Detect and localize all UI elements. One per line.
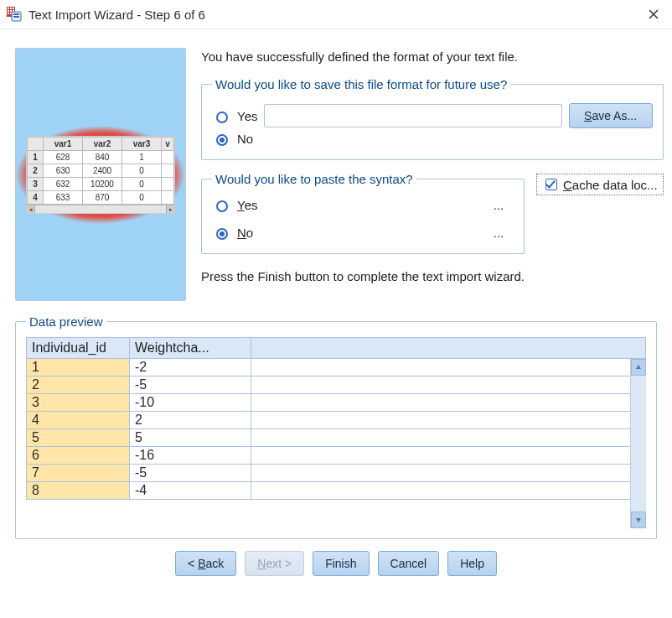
- column-header-empty: [251, 338, 646, 359]
- close-button[interactable]: [642, 3, 665, 26]
- data-preview-legend: Data preview: [26, 314, 106, 329]
- cache-data-check[interactable]: [545, 179, 557, 190]
- help-button[interactable]: Help: [447, 551, 497, 576]
- svg-rect-11: [13, 13, 19, 15]
- svg-rect-3: [13, 8, 14, 9]
- table-row: 3-10: [27, 394, 646, 412]
- back-button[interactable]: < Back: [175, 551, 236, 576]
- illustration-panel: var1 var2 var3 v 1 628 840 1: [15, 48, 186, 301]
- svg-rect-2: [10, 8, 12, 9]
- save-format-yes-label[interactable]: Yes: [237, 109, 257, 123]
- finish-button[interactable]: Finish: [313, 551, 369, 576]
- svg-rect-4: [8, 10, 9, 12]
- cancel-button[interactable]: Cancel: [378, 551, 440, 576]
- paste-syntax-group: Would you like to paste the syntax? Yes …: [201, 172, 525, 254]
- illustration-scrollbar: ◂▸: [27, 205, 174, 213]
- save-as-button[interactable]: Save As...: [569, 103, 653, 128]
- table-row: 55: [27, 429, 646, 447]
- window-title: Text Import Wizard - Step 6 of 6: [28, 8, 642, 22]
- paste-syntax-no-options[interactable]: ...: [483, 226, 514, 240]
- paste-syntax-yes-label[interactable]: Yes: [237, 198, 257, 212]
- svg-rect-7: [8, 13, 9, 14]
- column-header[interactable]: Individual_id: [27, 338, 130, 359]
- next-button[interactable]: Next >: [245, 551, 304, 576]
- table-row: 7-5: [27, 465, 646, 482]
- success-message: You have successfully defined the format…: [201, 49, 664, 64]
- wizard-buttons: < Back Next > Finish Cancel Help: [15, 551, 657, 576]
- table-header-row: Individual_id Weightcha...: [27, 338, 646, 359]
- save-format-legend: Would you like to save this file format …: [212, 77, 510, 91]
- data-preview-group: Data preview Individual_id Weightcha... …: [15, 314, 657, 539]
- svg-rect-12: [13, 16, 19, 18]
- table-row: 2-5: [27, 377, 646, 394]
- app-icon: [7, 7, 22, 22]
- paste-syntax-no-label[interactable]: No: [237, 226, 253, 240]
- content-area: var1 var2 var3 v 1 628 840 1: [0, 29, 672, 584]
- titlebar: Text Import Wizard - Step 6 of 6: [0, 0, 672, 29]
- table-row: 1-2: [27, 359, 646, 377]
- cache-data-checkbox[interactable]: Cache data loc...: [536, 174, 664, 195]
- save-format-no-radio[interactable]: [216, 134, 228, 146]
- scroll-up-arrow[interactable]: [631, 359, 646, 376]
- save-format-group: Would you like to save this file format …: [201, 77, 664, 160]
- save-format-no-label[interactable]: No: [237, 132, 253, 146]
- svg-rect-5: [10, 10, 12, 12]
- illustration-grid: var1 var2 var3 v 1 628 840 1: [26, 136, 175, 214]
- save-format-filename-input[interactable]: [264, 104, 561, 127]
- table-row: 8-4: [27, 482, 646, 500]
- press-finish-message: Press the Finish button to complete the …: [201, 269, 664, 283]
- paste-syntax-no-radio[interactable]: [216, 228, 228, 240]
- save-format-yes-radio[interactable]: [216, 112, 228, 123]
- svg-rect-1: [8, 8, 9, 9]
- scroll-down-arrow[interactable]: [631, 512, 646, 528]
- paste-syntax-legend: Would you like to paste the syntax?: [212, 172, 416, 186]
- table-row: 6-16: [27, 447, 646, 465]
- preview-scrollbar[interactable]: [630, 359, 646, 528]
- paste-syntax-yes-radio[interactable]: [216, 200, 228, 212]
- data-preview-table: Individual_id Weightcha... 1-2 2-5 3-10 …: [26, 337, 646, 500]
- column-header[interactable]: Weightcha...: [130, 338, 251, 359]
- paste-syntax-yes-options[interactable]: ...: [483, 198, 514, 212]
- table-row: 42: [27, 412, 646, 429]
